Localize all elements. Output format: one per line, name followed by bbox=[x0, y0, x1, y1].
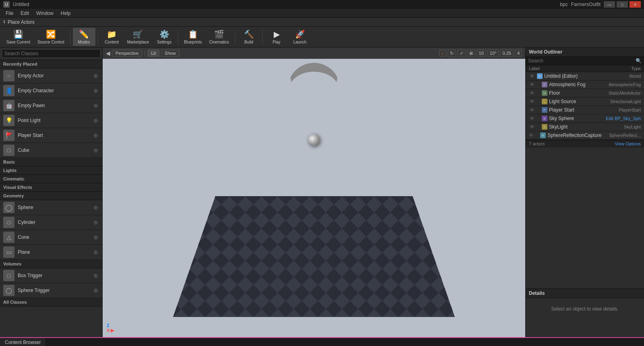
save-current-button[interactable]: 💾 Save Current bbox=[3, 28, 33, 46]
actor-item-cylinder[interactable]: ⬭ Cylinder ⊕ bbox=[0, 215, 102, 230]
play-button[interactable]: ▶ Play bbox=[265, 28, 288, 46]
tab-content-browser[interactable]: Content Browser bbox=[0, 338, 46, 346]
sphere-icon: ◯ bbox=[3, 202, 14, 213]
view-options-link[interactable]: View Options bbox=[615, 141, 641, 146]
empty-actor-icon: ○ bbox=[3, 70, 14, 81]
content-button[interactable]: 📁 Content bbox=[101, 28, 123, 46]
wo-type-untitled: World bbox=[588, 74, 641, 79]
content-browser-tab-label: Content Browser bbox=[5, 340, 41, 345]
actor-add-sphere-trigger[interactable]: ⊕ bbox=[93, 287, 99, 294]
translate-button[interactable]: ↕ bbox=[439, 50, 446, 57]
settings-icon: ⚙️ bbox=[159, 29, 169, 39]
actor-add-sphere[interactable]: ⊕ bbox=[93, 204, 99, 211]
menu-window[interactable]: Window bbox=[33, 10, 57, 17]
wo-icon-untitled: W bbox=[537, 73, 543, 79]
camera-speed-btn[interactable]: 4 bbox=[515, 50, 522, 57]
category-visual-effects[interactable]: Visual Effects bbox=[0, 183, 102, 192]
actor-item-box-trigger[interactable]: □ Box Trigger ⊕ bbox=[0, 268, 102, 283]
actor-add-cube[interactable]: ⊕ bbox=[93, 147, 99, 153]
category-basic[interactable]: Basic bbox=[0, 158, 102, 166]
wo-type-floor: StaticMeshActor bbox=[588, 91, 641, 95]
category-volumes[interactable]: Volumes bbox=[0, 260, 102, 268]
eye-icon-skylight: 👁 bbox=[529, 124, 535, 130]
rotate-button[interactable]: ↻ bbox=[448, 50, 456, 57]
maximize-button[interactable]: □ bbox=[617, 1, 628, 8]
cylinder-icon: ⬭ bbox=[3, 217, 14, 228]
wo-item-sky-sphere[interactable]: 👁 B Sky Sphere Edit BP_Sky_Sph bbox=[526, 114, 644, 123]
wo-item-atmospheric-fog[interactable]: 👁 F Atmospheric Fog AtmosphericFog bbox=[526, 81, 644, 89]
build-button[interactable]: 🔨 Build bbox=[237, 28, 260, 46]
minimize-button[interactable]: — bbox=[604, 1, 615, 8]
source-control-button[interactable]: 🔀 Source Control bbox=[34, 28, 68, 46]
actor-item-empty-actor[interactable]: ○ Empty Actor ⊕ bbox=[0, 68, 102, 83]
search-classes-input[interactable] bbox=[2, 49, 101, 58]
perspective-button[interactable]: Perspective bbox=[112, 50, 142, 57]
actor-item-point-light[interactable]: 💡 Point Light ⊕ bbox=[0, 113, 102, 128]
main-area: Recently Placed ○ Empty Actor ⊕ 👤 Empty … bbox=[0, 48, 644, 337]
wo-item-sphere-reflection[interactable]: 👁 R SphereReflectionCapture SphereReflec… bbox=[526, 131, 644, 140]
grid-snap-input[interactable]: 10 bbox=[477, 50, 486, 57]
menu-edit[interactable]: Edit bbox=[17, 10, 32, 17]
cinematics-button[interactable]: 🎬 Cinematics bbox=[206, 28, 232, 46]
blueprints-button[interactable]: 📋 Blueprints bbox=[181, 28, 205, 46]
category-lights[interactable]: Lights bbox=[0, 166, 102, 175]
actor-add-cylinder[interactable]: ⊕ bbox=[93, 219, 99, 226]
wo-type-reflection: SphereReflect... bbox=[603, 133, 641, 138]
lit-button[interactable]: Lit bbox=[147, 50, 159, 57]
actor-item-sphere[interactable]: ◯ Sphere ⊕ bbox=[0, 200, 102, 215]
actor-item-sphere-trigger[interactable]: ◯ Sphere Trigger ⊕ bbox=[0, 283, 102, 298]
eye-icon-floor: 👁 bbox=[529, 90, 535, 96]
source-control-icon: 🔀 bbox=[46, 29, 56, 39]
sky-arc bbox=[288, 63, 340, 89]
menu-file[interactable]: File bbox=[2, 10, 17, 17]
wo-item-skylight[interactable]: 👁 S SkyLight SkyLight bbox=[526, 123, 644, 131]
world-outliner-header: World Outliner bbox=[526, 48, 644, 57]
actor-item-empty-pawn[interactable]: 🤖 Empty Pawn ⊕ bbox=[0, 98, 102, 113]
rotation-snap-btn[interactable]: 10° bbox=[487, 50, 499, 57]
launch-button[interactable]: 🚀 Launch bbox=[289, 28, 311, 46]
details-title: Details bbox=[529, 290, 545, 296]
actor-item-player-start[interactable]: 🚩 Player Start ⊕ bbox=[0, 128, 102, 143]
marketplace-button[interactable]: 🛒 Marketplace bbox=[124, 28, 152, 46]
show-button[interactable]: Show bbox=[161, 50, 180, 57]
actor-item-empty-character[interactable]: 👤 Empty Character ⊕ bbox=[0, 83, 102, 98]
actor-add-cone[interactable]: ⊕ bbox=[93, 234, 99, 240]
wo-item-player-start[interactable]: 👁 P Player Start PlayerStart bbox=[526, 106, 644, 114]
surface-snapping-button[interactable]: ⊞ bbox=[467, 50, 475, 57]
actor-add-point-light[interactable]: ⊕ bbox=[93, 117, 99, 124]
actor-add-player-start[interactable]: ⊕ bbox=[93, 132, 99, 139]
wo-item-untitled[interactable]: 👁 W Untitled (Editor) World bbox=[526, 72, 644, 81]
menu-help[interactable]: Help bbox=[58, 10, 74, 17]
section-basic: Basic bbox=[0, 158, 102, 166]
category-all-classes[interactable]: All Classes bbox=[0, 298, 102, 307]
wo-type-light: DirectionalLight bbox=[588, 99, 641, 104]
category-recently-placed[interactable]: Recently Placed bbox=[0, 60, 102, 68]
close-button[interactable]: ✕ bbox=[630, 1, 641, 8]
checkerboard-floor bbox=[173, 196, 455, 317]
actor-add-empty-actor[interactable]: ⊕ bbox=[93, 73, 99, 79]
main-toolbar: 💾 Save Current 🔀 Source Control ✏️ Modes… bbox=[0, 27, 644, 48]
modes-icon: ✏️ bbox=[79, 29, 89, 39]
actor-item-plane[interactable]: ▭ Plane ⊕ bbox=[0, 245, 102, 260]
wo-icon-atmospheric: F bbox=[542, 82, 547, 87]
scale-snap-btn[interactable]: 0.25 bbox=[500, 50, 513, 57]
category-cinematic[interactable]: Cinematic bbox=[0, 175, 102, 183]
wo-search-input[interactable] bbox=[528, 58, 634, 64]
wo-icon-reflection: R bbox=[540, 133, 546, 138]
wo-item-floor[interactable]: 👁 M Floor StaticMeshActor bbox=[526, 89, 644, 97]
actor-add-empty-pawn[interactable]: ⊕ bbox=[93, 102, 99, 109]
actor-add-plane[interactable]: ⊕ bbox=[93, 249, 99, 255]
actor-item-cube[interactable]: □ Cube ⊕ bbox=[0, 143, 102, 158]
actor-add-empty-character[interactable]: ⊕ bbox=[93, 87, 99, 94]
section-recently-placed: Recently Placed ○ Empty Actor ⊕ 👤 Empty … bbox=[0, 60, 102, 158]
modes-button[interactable]: ✏️ Modes bbox=[73, 28, 95, 46]
scale-button[interactable]: ⤢ bbox=[457, 50, 466, 57]
viewport[interactable]: ◀ Perspective Lit Show ↕ ↻ ⤢ ⊞ 10 10° 0.… bbox=[103, 48, 525, 337]
actor-add-box-trigger[interactable]: ⊕ bbox=[93, 272, 99, 279]
actor-name-sphere: Sphere bbox=[18, 205, 89, 210]
actor-item-cone[interactable]: △ Cone ⊕ bbox=[0, 230, 102, 245]
settings-button[interactable]: ⚙️ Settings bbox=[153, 28, 175, 46]
category-geometry[interactable]: Geometry bbox=[0, 192, 102, 200]
wo-item-light-source[interactable]: 👁 L Light Source DirectionalLight bbox=[526, 97, 644, 106]
viewport-arrow-left[interactable]: ◀ bbox=[106, 50, 110, 56]
